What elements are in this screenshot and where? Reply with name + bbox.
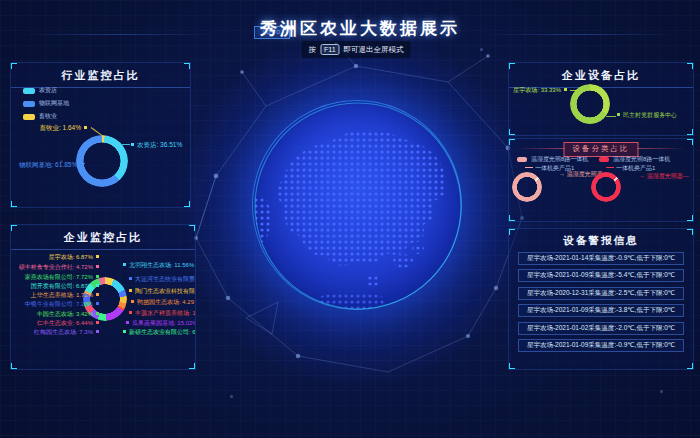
- panel-title: 设备警报信息: [509, 229, 693, 252]
- background-dot: [480, 48, 483, 51]
- enterprise-monitor-panel: 企业监控占比 星宇农场: 6.87% 硕丰粮食专业合作社: 4.72% 家燕农场…: [10, 224, 196, 370]
- legend-item[interactable]: 畜牧业: [23, 112, 69, 121]
- pie-label: 大运河生态牧业有限责任公: [129, 276, 196, 283]
- pie-label: → 温湿度光照器—: [639, 173, 689, 180]
- legend-item[interactable]: 农资店: [23, 86, 69, 95]
- pie-label: 瓜果蔬菜园基地: 15.02%: [126, 320, 196, 327]
- hint-suffix: 即可退出全屏模式: [344, 45, 404, 55]
- chart-legend: 农资店 物联网基地 畜牧业: [23, 86, 69, 125]
- pie-label: 硕丰粮食专业合作社: 4.72%: [13, 264, 99, 271]
- callout-line: [606, 116, 616, 117]
- pie-label: 畜牧业: 1.64%: [27, 124, 87, 131]
- callout-line: [77, 163, 85, 164]
- legend-label: 畜牧业: [39, 112, 57, 121]
- title-line: [637, 148, 687, 149]
- alarm-row[interactable]: 星宇农场-2021-01-09采集温度:-0.9℃,低于下限:0℃: [518, 339, 684, 352]
- legend-swatch: [599, 157, 609, 162]
- pie-label: 农资店: 36.51%: [131, 141, 182, 148]
- legend-swatch: [517, 157, 527, 162]
- legend-item[interactable]: 物联网基地: [23, 99, 69, 108]
- pie-label: 民主村党群服务中心: [617, 112, 677, 119]
- legend-swatch: [23, 101, 35, 107]
- device-classification-panel: 设备分类占比 温湿度光照8路一体机 一体机类产品1 → 温湿度光照器— 温湿度光…: [508, 138, 694, 222]
- panel-title: 行业监控占比: [11, 63, 190, 88]
- pie-label: 星宇农场: 6.87%: [13, 254, 99, 261]
- pie-label: 仁丰生态农业: 6.44%: [13, 320, 99, 327]
- callout-line: [570, 90, 577, 91]
- pie-label: 新硕生态农业有限公司: 6.87: [123, 329, 196, 336]
- background-dot: [230, 395, 233, 398]
- classification-donut-right[interactable]: [591, 172, 621, 202]
- header-line: [20, 34, 220, 35]
- pie-label: 鸭苗园生态农场: 4.29: [131, 299, 194, 306]
- pie-label: 北羽翔生态农场: 11.56%: [123, 262, 194, 269]
- legend-sub-text: 一体机类产品1: [616, 165, 655, 171]
- pie-label: 陶门生态农业科技有限公: [129, 288, 196, 295]
- dashboard: LOGO 秀洲区农业大数据展示 按 F11 即可退出全屏模式 行业监控占比 农资…: [0, 0, 700, 438]
- legend-swatch: [23, 114, 35, 120]
- arrow-icon: →: [559, 171, 565, 177]
- pie-label: 家燕农场有限公司: 7.72%: [13, 274, 99, 281]
- alarm-row[interactable]: 星宇农场-2021-01-09采集温度:-5.4℃,低于下限:0℃: [518, 269, 684, 282]
- header-line: [480, 34, 680, 35]
- alarm-row[interactable]: 星宇农场-2020-12-31采集温度:-2.5℃,低于下限:0℃: [518, 287, 684, 300]
- callout-line: [91, 127, 102, 135]
- globe-dot-map: [253, 101, 463, 311]
- panel-title: 企业设备占比: [509, 63, 693, 88]
- legend-item[interactable]: 温湿度光照8路一体机: [517, 155, 588, 164]
- background-dot: [660, 390, 663, 393]
- pie-label: 丰园生态农场: 3.42%: [13, 311, 99, 318]
- globe-visualization: [252, 100, 462, 310]
- legend-label: 物联网基地: [39, 99, 69, 108]
- pie-label-text: 温湿度光照器—: [647, 173, 689, 179]
- pie-label: 红梅园生态农场: 7.3%: [13, 329, 99, 336]
- legend-swatch: [23, 88, 35, 94]
- industry-monitor-panel: 行业监控占比 农资店 物联网基地 畜牧业 畜牧业: 1.64% 农资店: 36.…: [10, 62, 191, 208]
- f11-keycap: F11: [320, 44, 340, 55]
- alarm-row[interactable]: 星宇农场-2021-01-09采集温度:-3.8℃,低于下限:0℃: [518, 304, 684, 317]
- legend-label: 温湿度光照8路一体机: [613, 155, 670, 164]
- pie-label: 中银牛业有限公司: 7.29%: [13, 301, 99, 308]
- arrow-icon: →: [639, 173, 645, 179]
- legend-item[interactable]: 温湿度光照8路一体机: [599, 155, 670, 164]
- alarm-row[interactable]: 星宇农场-2021-01-14采集温度:-0.9℃,低于下限:0℃: [518, 252, 684, 265]
- legend-label: 温湿度光照8路一体机: [531, 155, 588, 164]
- pie-label: 星宇农场: 33.33%: [513, 87, 567, 94]
- legend-line: [525, 167, 533, 168]
- pie-label: 丰源水产种质养殖场: 1.: [129, 310, 196, 317]
- alarm-list: 星宇农场-2021-01-14采集温度:-0.9℃,低于下限:0℃ 星宇农场-2…: [518, 252, 684, 352]
- hint-prefix: 按: [308, 45, 316, 55]
- legend-line: [606, 167, 614, 168]
- panel-title: 企业监控占比: [11, 225, 195, 250]
- fullscreen-hint: 按 F11 即可退出全屏模式: [301, 41, 410, 58]
- callout-line: [122, 144, 130, 145]
- equipment-ratio-panel: 企业设备占比 星宇农场: 33.33% 民主村党群服务中心: [508, 62, 694, 136]
- legend-sub-label: 一体机类产品1: [606, 165, 655, 172]
- pie-label: 物联网基地: 61.85%: [19, 161, 83, 168]
- industry-donut-chart[interactable]: [76, 135, 128, 187]
- page-title: 秀洲区农业大数据展示: [260, 17, 460, 40]
- legend-label: 农资店: [39, 86, 57, 95]
- alarm-row[interactable]: 星宇农场-2021-01-02采集温度:-2.0℃,低于下限:0℃: [518, 322, 684, 335]
- title-line: [515, 148, 565, 149]
- device-alarm-panel: 设备警报信息 星宇农场-2021-01-14采集温度:-0.9℃,低于下限:0℃…: [508, 228, 694, 370]
- pie-label: 上华生态养殖场: 1.72%: [13, 292, 99, 299]
- classification-donut-left[interactable]: [512, 172, 542, 202]
- pie-label: 国开发有限公司: 6.87%: [13, 283, 99, 290]
